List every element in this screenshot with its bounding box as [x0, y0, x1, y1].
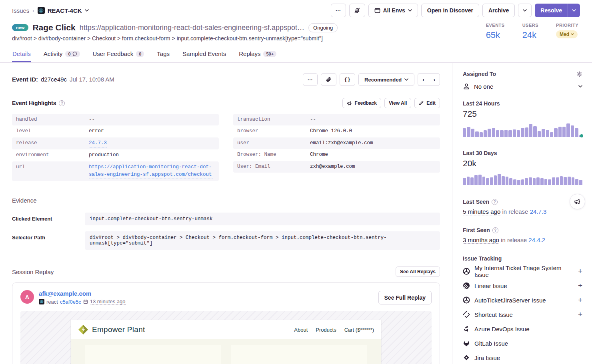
highlight-row: browserChrome 126.0.0 [233, 125, 440, 137]
histogram-bar [471, 129, 474, 137]
resolve-button[interactable]: Resolve [535, 4, 568, 17]
issue-tracking-label[interactable]: GitLab Issue [474, 340, 508, 347]
users-count-link[interactable]: 24k [522, 30, 538, 40]
histogram-bar [525, 178, 528, 185]
replay-id-link[interactable]: c5af0e5c [60, 299, 81, 305]
users-label: USERS [522, 23, 538, 28]
histogram-bar [467, 177, 470, 185]
histogram-bar [579, 180, 582, 185]
feedback-button[interactable]: Feedback [342, 98, 381, 108]
assignee-dropdown[interactable]: No one [463, 83, 582, 90]
histogram-bar [490, 177, 493, 185]
last-30-days-title: Last 30 Days [463, 150, 497, 156]
user-avatar: A [20, 290, 34, 304]
last-seen-time[interactable]: 5 minutes ago [463, 208, 500, 215]
replay-preview[interactable]: Empower Plant About Products Cart ($****… [20, 311, 432, 364]
event-sort-dropdown[interactable]: Recommended [358, 73, 414, 86]
azure-devops-icon [463, 325, 470, 332]
issue-tracking-label[interactable]: Azure DevOps Issue [474, 326, 530, 332]
previous-event-button[interactable]: ‹ [418, 73, 428, 86]
histogram-bar [494, 175, 497, 185]
url-link[interactable]: https://application-monitoring-react-dot… [89, 163, 213, 179]
event-more-button[interactable]: ⋯ [303, 73, 318, 86]
histogram-bar [509, 178, 512, 185]
edit-highlights-button[interactable]: Edit [414, 98, 440, 108]
add-issue-button[interactable]: + [578, 267, 582, 276]
assigned-to-title: Assigned To [463, 71, 496, 77]
issue-tabs: Details Activity 0 User Feedback0 Tags S… [0, 47, 592, 63]
highlight-row: useremail:zxh@example.com [233, 137, 440, 149]
floating-feedback-button[interactable] [570, 194, 585, 209]
help-icon[interactable]: ? [492, 227, 498, 233]
clicked-element-label: Clicked Element [12, 213, 85, 222]
events-count-link[interactable]: 65k [486, 30, 505, 40]
resolve-dropdown-button[interactable] [568, 4, 580, 17]
last-24-hours-title: Last 24 Hours [463, 100, 500, 107]
tab-details[interactable]: Details [12, 47, 31, 62]
priority-dropdown[interactable]: Med [556, 30, 578, 38]
help-icon[interactable]: ? [492, 199, 498, 205]
event-timestamp[interactable]: Jul 17, 10:08 AM [70, 76, 114, 83]
tab-sampled-events[interactable]: Sampled Events [182, 47, 226, 62]
mute-notifications-button[interactable] [349, 4, 365, 17]
archive-button[interactable]: Archive [482, 4, 515, 17]
histogram-bar [564, 177, 567, 185]
issue-tracking-label[interactable]: Jira Issue [474, 354, 500, 361]
gitlab-icon [463, 340, 470, 347]
gear-icon[interactable] [576, 71, 582, 77]
window-icon [374, 8, 380, 14]
replay-user-email-link[interactable]: afk@example.com [39, 290, 126, 297]
project-selector[interactable]: REACT-4CK [38, 7, 89, 14]
next-event-button[interactable]: › [429, 73, 440, 86]
histogram-bar [546, 130, 549, 137]
ticket-triage-icon [463, 268, 470, 275]
megaphone-icon [347, 101, 352, 106]
breadcrumb-issues-link[interactable]: Issues [12, 7, 29, 14]
ellipsis-icon: ⋯ [308, 77, 313, 83]
histogram-bar [566, 123, 570, 137]
histogram-bar [500, 130, 503, 137]
issue-tracking-label[interactable]: My Internal Ticket Triage System Issue [474, 265, 574, 278]
calendar-icon [83, 299, 88, 304]
help-icon[interactable]: ? [59, 100, 65, 106]
see-all-replays-button[interactable]: See All Replays [396, 267, 440, 277]
assignee-value: No one [474, 83, 493, 90]
more-actions-button[interactable]: ⋯ [331, 4, 346, 17]
event-json-button[interactable]: {} [340, 73, 356, 86]
issue-tracking-label[interactable]: Linear Issue [474, 282, 507, 289]
histogram-bar [484, 130, 487, 137]
release-link[interactable]: 24.7.3 [89, 139, 107, 147]
replay-time-ago[interactable]: 13 minutes ago [90, 298, 126, 305]
environment-selector-button[interactable]: All Envs [368, 4, 418, 17]
add-issue-button[interactable]: + [578, 296, 582, 304]
tab-tags[interactable]: Tags [156, 47, 170, 62]
event-link-button[interactable] [321, 73, 336, 86]
add-issue-button[interactable]: + [578, 281, 582, 290]
issue-tracking-item: GitLab Issue [463, 336, 582, 350]
session-replay-title: Session Replay [12, 269, 54, 275]
first-seen-time[interactable]: 3 months ago [463, 237, 499, 244]
histogram-bar [506, 177, 509, 185]
issue-title: Rage Click [32, 23, 75, 32]
person-icon [463, 83, 470, 90]
see-full-replay-button[interactable]: See Full Replay [378, 291, 432, 304]
view-all-button[interactable]: View All [384, 98, 411, 108]
last-seen-release-link[interactable]: 24.7.3 [530, 208, 547, 215]
tab-activity[interactable]: Activity 0 [43, 47, 80, 62]
histogram-bar [521, 179, 524, 185]
tab-replays[interactable]: Replays50+ [238, 47, 277, 62]
add-issue-button[interactable]: + [578, 310, 582, 319]
issue-tracking-label[interactable]: AutoTicketJiraServer Issue [474, 297, 546, 304]
event-id-value: d27ce49c [41, 76, 67, 83]
archive-dropdown-button[interactable] [518, 4, 532, 17]
issue-tracking-label[interactable]: Shortcut Issue [474, 311, 513, 318]
histogram-bar [486, 178, 489, 185]
issue-subtitle-url: https://application-monitoring-react-dot… [80, 24, 304, 32]
first-seen-release-link[interactable]: 24.4.2 [528, 237, 545, 243]
highlight-row: release24.7.3 [12, 137, 219, 149]
tab-user-feedback[interactable]: User Feedback0 [92, 47, 145, 62]
linear-icon [463, 282, 470, 289]
issue-tracking-item: AutoTicketJiraServer Issue + [463, 293, 582, 307]
open-in-discover-button[interactable]: Open in Discover [421, 4, 479, 17]
histogram-bar [513, 179, 516, 185]
